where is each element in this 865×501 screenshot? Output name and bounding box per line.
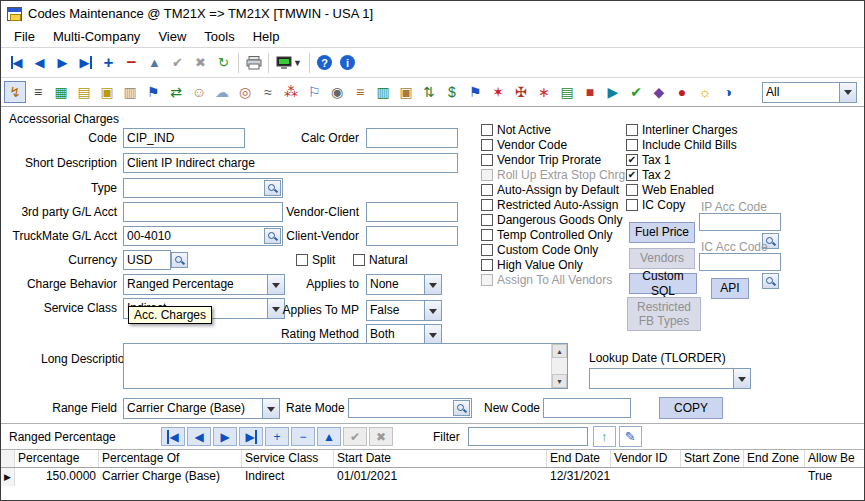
- delete-record-icon[interactable]: −: [120, 52, 143, 74]
- camera-icon[interactable]: ◉: [326, 81, 348, 103]
- ic-acc-code-input[interactable]: [699, 253, 781, 271]
- calc-order-input[interactable]: [366, 128, 458, 148]
- checkbox-tax-2[interactable]: ✔Tax 2: [626, 168, 671, 182]
- detail-prior-icon[interactable]: ◀: [187, 427, 211, 446]
- fuel-price-button[interactable]: Fuel Price: [629, 222, 695, 243]
- applies-to-mp-combo[interactable]: False: [366, 300, 442, 321]
- currency-lookup-button[interactable]: [171, 252, 188, 268]
- checkbox-ic-copy[interactable]: IC Copy: [626, 198, 685, 212]
- menu-multi-company[interactable]: Multi-Company: [44, 27, 149, 46]
- flag-schedule-icon[interactable]: ⚐: [303, 81, 325, 103]
- chevron-down-icon[interactable]: [839, 83, 856, 102]
- menu-view[interactable]: View: [149, 27, 195, 46]
- grid-column-start-zone[interactable]: Start Zone: [681, 450, 744, 467]
- chevron-down-icon[interactable]: [424, 301, 441, 320]
- code-input[interactable]: [123, 128, 245, 148]
- charge-codes-icon[interactable]: ↯: [4, 81, 26, 103]
- checkbox-natural[interactable]: Natural: [353, 253, 408, 267]
- copy-pages-icon[interactable]: ▥: [119, 81, 141, 103]
- vehicle-icon[interactable]: ●: [671, 81, 693, 103]
- grid-column-vendor-id[interactable]: Vendor ID: [611, 450, 681, 467]
- detail-delete-icon[interactable]: −: [291, 427, 315, 446]
- client-vendor-input[interactable]: [366, 226, 458, 246]
- checkbox-web-enabled[interactable]: Web Enabled: [626, 183, 714, 197]
- help-icon[interactable]: ?: [313, 52, 336, 74]
- coins-icon[interactable]: ≡: [349, 81, 371, 103]
- new-code-input[interactable]: [543, 398, 631, 418]
- chevron-down-icon[interactable]: ▼: [293, 58, 302, 68]
- rate-mode-lookup-button[interactable]: [453, 400, 470, 416]
- sun-icon[interactable]: ☼: [694, 81, 716, 103]
- checkbox-dangerous-goods-only[interactable]: Dangerous Goods Only: [481, 213, 622, 227]
- checkbox-restricted-auto-assign[interactable]: Restricted Auto-Assign: [481, 198, 618, 212]
- long-description-textarea[interactable]: ▲ ▼: [123, 343, 568, 389]
- checkbox-include-child-bills[interactable]: Include Child Bills: [626, 138, 737, 152]
- chevron-down-icon[interactable]: [262, 399, 279, 418]
- print-icon[interactable]: [242, 52, 265, 74]
- detail-insert-icon[interactable]: +: [265, 427, 289, 446]
- scroll-up-icon[interactable]: ▲: [552, 344, 567, 358]
- signature-icon[interactable]: ≈: [257, 81, 279, 103]
- red-box-icon[interactable]: ■: [579, 81, 601, 103]
- nav-last-icon[interactable]: ▶: [74, 52, 97, 74]
- approve-icon[interactable]: ✔: [625, 81, 647, 103]
- cross-icon[interactable]: ✠: [510, 81, 532, 103]
- insert-record-icon[interactable]: +: [97, 52, 120, 74]
- checkbox-temp-controlled-only[interactable]: Temp Controlled Only: [481, 228, 612, 242]
- range-field-combo[interactable]: Carrier Charge (Base): [123, 398, 280, 419]
- filter-edit-icon[interactable]: ✎: [619, 426, 642, 447]
- green-book-icon[interactable]: ▤: [556, 81, 578, 103]
- filter-refresh-icon[interactable]: ↑: [593, 426, 616, 447]
- checkbox-tax-1[interactable]: ✔Tax 1: [626, 153, 671, 167]
- menu-file[interactable]: File: [5, 27, 44, 46]
- checkbox-interliner-charges[interactable]: Interliner Charges: [626, 123, 737, 137]
- grid-column-allow-be[interactable]: Allow Be: [805, 450, 865, 467]
- grid-column-percentage[interactable]: Percentage: [15, 450, 99, 467]
- grid-row[interactable]: ▶150.0000Carrier Charge (Base)Indirect01…: [1, 468, 864, 486]
- type-lookup-button[interactable]: [264, 180, 281, 196]
- short-description-input[interactable]: [123, 153, 458, 173]
- nav-prior-icon[interactable]: ◀: [28, 52, 51, 74]
- money-icon[interactable]: $: [441, 81, 463, 103]
- network-icon[interactable]: ⁂: [280, 81, 302, 103]
- monitor-icon[interactable]: ▼: [272, 52, 306, 74]
- chevron-down-icon[interactable]: [733, 369, 750, 388]
- copy-button[interactable]: COPY: [659, 397, 723, 419]
- vendor-client-input[interactable]: [366, 202, 458, 222]
- api-button[interactable]: API: [711, 278, 749, 299]
- checkbox-vendor-trip-prorate[interactable]: Vendor Trip Prorate: [481, 153, 601, 167]
- rates-icon[interactable]: ⇅: [418, 81, 440, 103]
- checkbox-auto-assign-by-default[interactable]: Auto-Assign by Default: [481, 183, 619, 197]
- checkbox-vendor-code[interactable]: Vendor Code: [481, 138, 567, 152]
- edit-record-icon[interactable]: ▲: [143, 52, 166, 74]
- ic-acc-code-lookup-button[interactable]: [762, 273, 779, 289]
- comment-icon[interactable]: ☁: [211, 81, 233, 103]
- custom-sql-button[interactable]: Custom SQL: [629, 273, 697, 294]
- grid-column-service-class[interactable]: Service Class: [242, 450, 334, 467]
- applies-to-combo[interactable]: None: [366, 274, 442, 295]
- grid-column-start-date[interactable]: Start Date: [334, 450, 547, 467]
- burst-icon[interactable]: ✶: [487, 81, 509, 103]
- currency-input[interactable]: [123, 250, 171, 270]
- third-party-gl-input[interactable]: [123, 202, 283, 222]
- detail-first-icon[interactable]: ◀: [161, 427, 185, 446]
- ledger-icon[interactable]: ▥: [372, 81, 394, 103]
- badge-icon[interactable]: ▣: [96, 81, 118, 103]
- code-list-icon[interactable]: ≡: [27, 81, 49, 103]
- refresh-icon[interactable]: ↻: [212, 52, 235, 74]
- nav-first-icon[interactable]: ◀: [5, 52, 28, 74]
- document-icon[interactable]: ▤: [73, 81, 95, 103]
- about-icon[interactable]: i: [336, 52, 359, 74]
- globe-icon[interactable]: ◑: [717, 81, 739, 103]
- flag-icon[interactable]: ⚑: [142, 81, 164, 103]
- checkbox-high-value-only[interactable]: High Value Only: [481, 258, 583, 272]
- category-filter-combo[interactable]: All: [762, 82, 857, 103]
- type-input[interactable]: [123, 178, 283, 198]
- send-icon[interactable]: ▶: [602, 81, 624, 103]
- detail-edit-icon[interactable]: ▲: [317, 427, 341, 446]
- chevron-down-icon[interactable]: [424, 275, 441, 294]
- filter-input[interactable]: [468, 427, 588, 446]
- scrollbar[interactable]: ▲ ▼: [551, 344, 567, 388]
- truckmate-gl-input[interactable]: [123, 226, 283, 246]
- settings-icon[interactable]: ◆: [648, 81, 670, 103]
